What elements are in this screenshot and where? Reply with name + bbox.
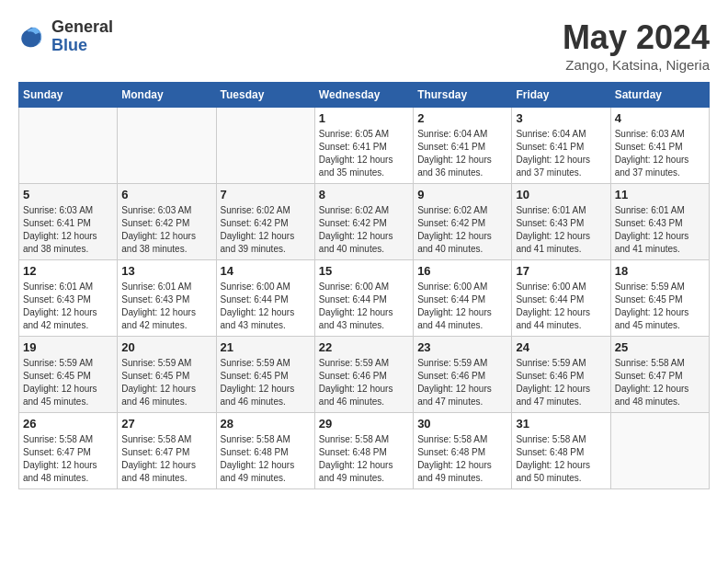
day-number: 30 [417,417,507,431]
day-cell: 16Sunrise: 6:00 AM Sunset: 6:44 PM Dayli… [414,260,512,337]
day-number: 24 [516,340,606,354]
day-cell [216,108,314,184]
day-number: 2 [417,111,507,125]
day-number: 11 [615,188,705,201]
day-number: 10 [516,188,606,201]
day-info: Sunrise: 6:00 AM Sunset: 6:44 PM Dayligh… [319,281,409,332]
day-number: 27 [121,417,211,431]
day-cell: 24Sunrise: 5:59 AM Sunset: 6:46 PM Dayli… [512,337,610,413]
day-number: 20 [121,340,211,354]
day-info: Sunrise: 5:58 AM Sunset: 6:47 PM Dayligh… [121,433,211,485]
day-number: 13 [121,264,211,278]
weekday-header-row: Sunday Monday Tuesday Wednesday Thursday… [19,83,710,108]
day-info: Sunrise: 6:00 AM Sunset: 6:44 PM Dayligh… [417,281,507,332]
day-number: 15 [319,264,409,278]
day-cell: 3Sunrise: 6:04 AM Sunset: 6:41 PM Daylig… [512,108,610,184]
day-info: Sunrise: 6:02 AM Sunset: 6:42 PM Dayligh… [221,204,311,256]
day-info: Sunrise: 6:00 AM Sunset: 6:44 PM Dayligh… [221,281,311,332]
day-info: Sunrise: 6:04 AM Sunset: 6:41 PM Dayligh… [417,128,507,179]
day-info: Sunrise: 6:02 AM Sunset: 6:42 PM Dayligh… [417,204,507,256]
day-info: Sunrise: 6:01 AM Sunset: 6:43 PM Dayligh… [121,281,211,332]
day-number: 26 [23,417,113,431]
header-sunday: Sunday [19,83,118,108]
day-number: 25 [615,340,705,354]
calendar-title: May 2024 [563,18,710,57]
day-info: Sunrise: 6:03 AM Sunset: 6:41 PM Dayligh… [23,204,113,256]
day-info: Sunrise: 5:59 AM Sunset: 6:46 PM Dayligh… [417,357,507,408]
day-cell: 15Sunrise: 6:00 AM Sunset: 6:44 PM Dayli… [314,260,413,337]
day-number: 8 [319,188,409,201]
day-cell: 17Sunrise: 6:00 AM Sunset: 6:44 PM Dayli… [512,260,610,337]
day-cell: 19Sunrise: 5:59 AM Sunset: 6:45 PM Dayli… [19,337,118,413]
day-number: 22 [319,340,409,354]
day-cell: 14Sunrise: 6:00 AM Sunset: 6:44 PM Dayli… [216,260,314,337]
logo-text: General Blue [51,18,113,55]
logo-icon [18,24,44,50]
day-number: 23 [417,340,507,354]
day-cell: 11Sunrise: 6:01 AM Sunset: 6:43 PM Dayli… [610,184,709,260]
day-number: 17 [516,264,606,278]
day-info: Sunrise: 5:59 AM Sunset: 6:45 PM Dayligh… [221,357,311,408]
week-row-4: 19Sunrise: 5:59 AM Sunset: 6:45 PM Dayli… [19,337,710,413]
week-row-3: 12Sunrise: 6:01 AM Sunset: 6:43 PM Dayli… [19,260,710,337]
day-cell: 4Sunrise: 6:03 AM Sunset: 6:41 PM Daylig… [610,108,709,184]
day-number: 31 [516,417,606,431]
day-cell [118,108,216,184]
header-wednesday: Wednesday [314,83,413,108]
day-cell [19,108,118,184]
day-cell: 27Sunrise: 5:58 AM Sunset: 6:47 PM Dayli… [118,413,216,489]
logo-general-text: General [51,18,113,37]
day-cell: 21Sunrise: 5:59 AM Sunset: 6:45 PM Dayli… [216,337,314,413]
day-info: Sunrise: 5:58 AM Sunset: 6:47 PM Dayligh… [23,433,113,485]
day-cell [610,413,709,489]
day-cell: 2Sunrise: 6:04 AM Sunset: 6:41 PM Daylig… [414,108,512,184]
week-row-1: 1Sunrise: 6:05 AM Sunset: 6:41 PM Daylig… [19,108,710,184]
day-number: 4 [615,111,705,125]
day-info: Sunrise: 6:00 AM Sunset: 6:44 PM Dayligh… [516,281,606,332]
day-info: Sunrise: 5:59 AM Sunset: 6:45 PM Dayligh… [121,357,211,408]
day-info: Sunrise: 5:59 AM Sunset: 6:45 PM Dayligh… [23,357,113,408]
day-info: Sunrise: 5:58 AM Sunset: 6:48 PM Dayligh… [417,433,507,485]
day-cell: 7Sunrise: 6:02 AM Sunset: 6:42 PM Daylig… [216,184,314,260]
calendar-subtitle: Zango, Katsina, Nigeria [563,57,710,73]
day-cell: 6Sunrise: 6:03 AM Sunset: 6:42 PM Daylig… [118,184,216,260]
day-info: Sunrise: 6:05 AM Sunset: 6:41 PM Dayligh… [319,128,409,179]
day-info: Sunrise: 5:58 AM Sunset: 6:48 PM Dayligh… [221,433,311,485]
day-number: 29 [319,417,409,431]
day-number: 16 [417,264,507,278]
day-cell: 18Sunrise: 5:59 AM Sunset: 6:45 PM Dayli… [610,260,709,337]
day-cell: 13Sunrise: 6:01 AM Sunset: 6:43 PM Dayli… [118,260,216,337]
day-cell: 9Sunrise: 6:02 AM Sunset: 6:42 PM Daylig… [414,184,512,260]
day-cell: 20Sunrise: 5:59 AM Sunset: 6:45 PM Dayli… [118,337,216,413]
header-friday: Friday [512,83,610,108]
day-cell: 12Sunrise: 6:01 AM Sunset: 6:43 PM Dayli… [19,260,118,337]
day-cell: 5Sunrise: 6:03 AM Sunset: 6:41 PM Daylig… [19,184,118,260]
header: General Blue May 2024 Zango, Katsina, Ni… [18,18,710,73]
day-cell: 29Sunrise: 5:58 AM Sunset: 6:48 PM Dayli… [314,413,413,489]
day-cell: 28Sunrise: 5:58 AM Sunset: 6:48 PM Dayli… [216,413,314,489]
day-number: 5 [23,188,113,201]
day-cell: 30Sunrise: 5:58 AM Sunset: 6:48 PM Dayli… [414,413,512,489]
day-info: Sunrise: 5:59 AM Sunset: 6:46 PM Dayligh… [516,357,606,408]
day-cell: 23Sunrise: 5:59 AM Sunset: 6:46 PM Dayli… [414,337,512,413]
week-row-2: 5Sunrise: 6:03 AM Sunset: 6:41 PM Daylig… [19,184,710,260]
day-info: Sunrise: 6:02 AM Sunset: 6:42 PM Dayligh… [319,204,409,256]
day-info: Sunrise: 6:01 AM Sunset: 6:43 PM Dayligh… [516,204,606,256]
day-cell: 31Sunrise: 5:58 AM Sunset: 6:48 PM Dayli… [512,413,610,489]
header-saturday: Saturday [610,83,709,108]
logo-blue-text: Blue [51,37,113,55]
day-cell: 8Sunrise: 6:02 AM Sunset: 6:42 PM Daylig… [314,184,413,260]
day-info: Sunrise: 5:59 AM Sunset: 6:46 PM Dayligh… [319,357,409,408]
day-info: Sunrise: 5:58 AM Sunset: 6:47 PM Dayligh… [615,357,705,408]
header-monday: Monday [118,83,216,108]
day-number: 14 [221,264,311,278]
day-info: Sunrise: 6:03 AM Sunset: 6:41 PM Dayligh… [615,128,705,179]
title-area: May 2024 Zango, Katsina, Nigeria [563,18,710,73]
day-number: 12 [23,264,113,278]
day-info: Sunrise: 6:01 AM Sunset: 6:43 PM Dayligh… [23,281,113,332]
day-info: Sunrise: 5:58 AM Sunset: 6:48 PM Dayligh… [516,433,606,485]
day-info: Sunrise: 5:59 AM Sunset: 6:45 PM Dayligh… [615,281,705,332]
day-number: 28 [221,417,311,431]
day-number: 9 [417,188,507,201]
day-number: 1 [319,111,409,125]
